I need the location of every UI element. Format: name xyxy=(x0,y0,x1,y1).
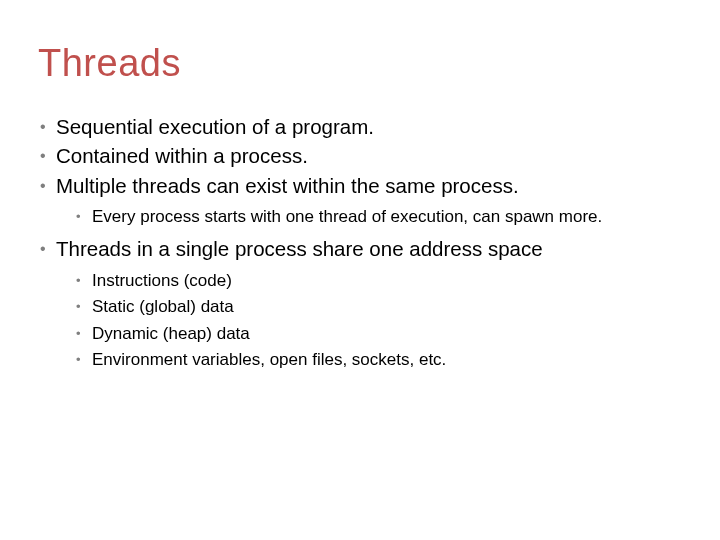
sub-bullet-item: Static (global) data xyxy=(74,294,682,320)
slide-title: Threads xyxy=(38,42,682,85)
sub-bullet-list: Instructions (code) Static (global) data… xyxy=(56,268,682,373)
bullet-text: Multiple threads can exist within the sa… xyxy=(56,174,519,197)
bullet-text: Threads in a single process share one ad… xyxy=(56,237,543,260)
bullet-item: Multiple threads can exist within the sa… xyxy=(38,172,682,230)
sub-bullet-item: Dynamic (heap) data xyxy=(74,321,682,347)
sub-bullet-item: Every process starts with one thread of … xyxy=(74,204,682,230)
slide: Threads Sequential execution of a progra… xyxy=(0,0,720,540)
bullet-list: Sequential execution of a program. Conta… xyxy=(38,113,682,373)
bullet-item: Sequential execution of a program. xyxy=(38,113,682,141)
sub-bullet-item: Environment variables, open files, socke… xyxy=(74,347,682,373)
sub-bullet-list: Every process starts with one thread of … xyxy=(56,204,682,230)
sub-bullet-item: Instructions (code) xyxy=(74,268,682,294)
bullet-item: Threads in a single process share one ad… xyxy=(38,235,682,372)
bullet-item: Contained within a process. xyxy=(38,142,682,170)
